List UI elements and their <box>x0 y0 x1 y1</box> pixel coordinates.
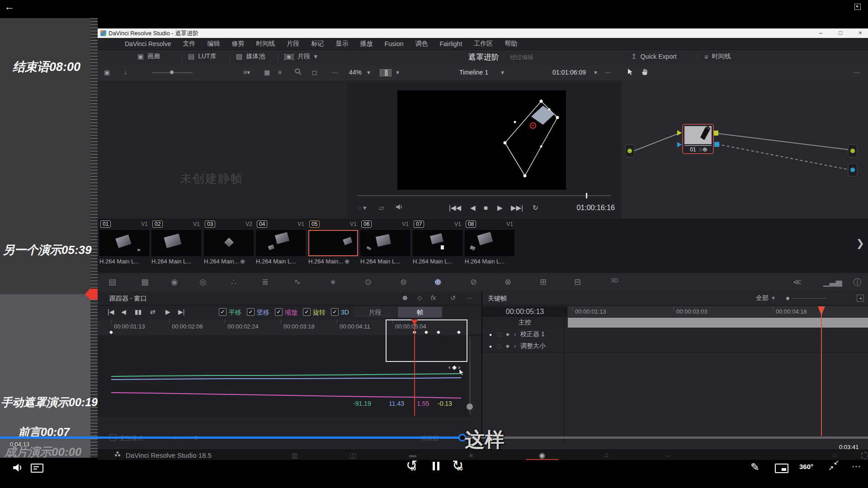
enable-dot-icon[interactable]: ● <box>489 344 492 349</box>
rgb-mixer-palette-icon[interactable]: ∴ <box>231 277 236 287</box>
sizing-palette-icon[interactable]: ⊟ <box>574 277 581 287</box>
menu-item[interactable]: 工作区 <box>474 40 493 48</box>
clip-thumbnail[interactable] <box>151 230 201 256</box>
clip-thumbnail[interactable] <box>256 230 306 256</box>
color-wheels-palette-icon[interactable]: ◉ <box>171 277 178 287</box>
exit-fullscreen-icon[interactable]: ↙ ↗ <box>828 459 842 473</box>
tracker-target-icon[interactable]: ⊕ <box>402 294 408 301</box>
menu-item[interactable]: 修剪 <box>231 40 244 48</box>
keyframe-diamond-icon[interactable]: ◆ <box>506 332 509 337</box>
rewind-10-button[interactable]: ↺ 10 <box>406 460 422 476</box>
viewer-playhead[interactable] <box>586 193 587 198</box>
keyframe-selection-box[interactable] <box>386 319 467 362</box>
menu-item[interactable]: Fairlight <box>440 40 462 47</box>
key-palette-icon[interactable]: ⊞ <box>540 277 547 287</box>
wipe-mode-icon[interactable] <box>380 69 392 76</box>
list-view-icon[interactable]: ≡ <box>278 69 282 76</box>
search-icon[interactable] <box>295 68 302 76</box>
menu-item[interactable]: Fusion <box>384 40 403 47</box>
menu-item[interactable]: 帮助 <box>505 40 517 48</box>
minimize-button[interactable]: – <box>813 28 828 38</box>
pin-icon[interactable] <box>854 4 861 10</box>
3d-checkbox[interactable]: ✓ <box>331 308 339 316</box>
more-options-icon[interactable]: ⋯ <box>467 294 473 301</box>
keyframe-row-sizing[interactable]: ● ▢ ◆ › 调整大小 <box>482 340 868 352</box>
quick-export-button[interactable]: ↥ Quick Export <box>631 52 677 61</box>
menu-item[interactable]: DaVinci Resolve <box>125 40 171 47</box>
graph-scrollbar-knob[interactable] <box>467 404 473 410</box>
keyframe-diamond-icon[interactable]: ◆ <box>506 343 509 348</box>
pause-button[interactable] <box>433 462 440 470</box>
timeline-clip[interactable]: 01V1 H.264 Main L... <box>99 220 149 270</box>
menu-item[interactable]: 文件 <box>183 40 195 48</box>
clip-mode-button[interactable]: 片段 <box>354 307 397 318</box>
keyframe-filter-dropdown[interactable]: 全部 <box>756 294 769 302</box>
hand-tool-icon[interactable] <box>641 68 648 77</box>
danmaku-icon[interactable] <box>31 464 43 473</box>
settings-gear-icon[interactable] <box>861 452 868 460</box>
track-bidirectional-icon[interactable]: ⇄ <box>150 308 156 315</box>
tracker-3d-icon[interactable]: ◇ <box>417 294 422 301</box>
fairlight-page-icon[interactable]: ♫ <box>604 451 609 459</box>
menu-item[interactable]: 调色 <box>415 40 428 48</box>
more-options-icon[interactable]: ⋯ <box>332 69 338 76</box>
timeline-view-button[interactable]: ≡ 时间线 <box>704 52 731 61</box>
color-warper-palette-icon[interactable]: ∗ <box>330 277 336 287</box>
loop-icon[interactable]: ↻ <box>533 204 538 212</box>
tracker-playhead-line[interactable] <box>414 323 415 416</box>
timeline-clip[interactable]: 03V2 H.264 Main...⊕ <box>204 220 254 270</box>
timeline-clip-selected[interactable]: 05V1 H.264 Main...⊕ <box>308 220 358 270</box>
menu-item[interactable]: 编辑 <box>207 40 220 48</box>
menu-item[interactable]: 显示 <box>335 40 348 48</box>
color-match-palette-icon[interactable]: ▦ <box>141 277 149 287</box>
lut-button[interactable]: ▤ LUT库 <box>188 52 217 61</box>
pan-checkbox[interactable]: ✓ <box>219 308 226 316</box>
curves-palette-icon[interactable]: ∿ <box>294 277 301 287</box>
cursor-tool-icon[interactable] <box>627 68 633 77</box>
master-track-band[interactable] <box>568 318 868 328</box>
dock-icon[interactable]: ◂ <box>857 295 864 302</box>
mask-overlay[interactable] <box>397 90 566 190</box>
track-pause-icon[interactable]: ▮▮ <box>135 308 142 315</box>
cut-page-icon[interactable]: ◫ <box>349 451 356 460</box>
track-reverse-to-start-icon[interactable]: |◀ <box>108 308 114 315</box>
zoom-checkbox[interactable]: ✓ <box>275 308 283 316</box>
scopes-icon[interactable]: ▁▃▅ <box>823 277 842 287</box>
fx-icon[interactable]: fx <box>431 294 436 301</box>
mini-player-icon[interactable] <box>775 464 788 473</box>
clip-thumbnail[interactable] <box>413 230 462 256</box>
sort-icon[interactable]: ≡▾ <box>243 69 250 76</box>
clip-thumbnail[interactable] <box>308 230 358 256</box>
lock-icon[interactable]: ▢ <box>497 343 501 349</box>
play-icon[interactable]: ▶ <box>497 204 503 212</box>
more-options-icon[interactable]: ⋯ <box>854 69 860 76</box>
scroll-right-icon[interactable]: ❯ <box>856 238 864 249</box>
volume-icon[interactable] <box>12 462 24 475</box>
motion-effects-palette-icon[interactable]: ≣ <box>262 277 269 287</box>
grid-view-icon[interactable]: ▦ <box>264 69 270 76</box>
collapse-palette-icon[interactable]: ≪ <box>793 277 802 287</box>
gallery-button[interactable]: ▣ 画廊 <box>137 52 160 61</box>
viewer-timecode[interactable]: 01:01:06:09 <box>552 69 586 76</box>
chevron-down-icon[interactable]: ▾ <box>772 294 775 301</box>
speaker-icon[interactable] <box>395 203 403 212</box>
timeline-clip[interactable]: 08V1 H.264 Main L... <box>465 220 514 270</box>
clip-view-button[interactable]: ]▣[ 片段 ▾ <box>284 52 317 61</box>
info-icon[interactable]: ⓘ <box>853 277 861 288</box>
timeline-clip[interactable]: 06V1 H.264 Main L... <box>360 220 410 270</box>
media-pool-button[interactable]: ▨ 媒体池 <box>236 52 265 61</box>
kf-playhead-line[interactable] <box>821 314 822 436</box>
menu-item[interactable]: 标记 <box>311 40 324 48</box>
timeline-clip[interactable]: 04V1 H.264 Main L... <box>256 220 306 270</box>
clip-thumbnail[interactable] <box>360 230 410 256</box>
camera-raw-palette-icon[interactable]: ▤ <box>108 277 116 287</box>
viewer-zoom-level[interactable]: 44% <box>349 69 362 76</box>
clip-thumbnail[interactable] <box>99 230 149 256</box>
magic-mask-palette-icon[interactable]: ⊘ <box>470 277 477 287</box>
step-back-icon[interactable]: ◀ <box>470 204 476 212</box>
layers-icon[interactable]: ▱ <box>379 204 384 212</box>
enable-dot-icon[interactable]: ● <box>489 332 492 337</box>
slider-knob[interactable] <box>170 70 174 74</box>
timeline-clip[interactable]: 07V1 H.264 Main L... <box>413 220 462 270</box>
go-to-start-icon[interactable]: |◀◀ <box>449 204 461 212</box>
